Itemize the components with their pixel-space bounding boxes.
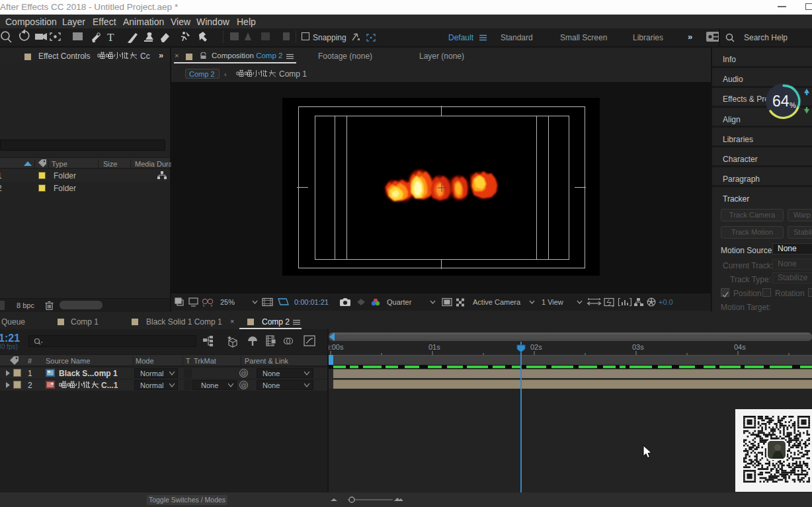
svg-text:25%: 25%: [220, 298, 235, 306]
svg-text:1 View: 1 View: [542, 298, 563, 306]
svg-text:+0.0: +0.0: [659, 298, 673, 306]
svg-text:%: %: [790, 101, 796, 109]
svg-text:Quarter: Quarter: [387, 298, 412, 306]
svg-text:T: T: [107, 31, 114, 44]
svg-text:0:00:01:21: 0:00:01:21: [294, 298, 329, 306]
svg-text:Active Camera: Active Camera: [473, 298, 521, 306]
svg-text:64: 64: [772, 93, 790, 110]
